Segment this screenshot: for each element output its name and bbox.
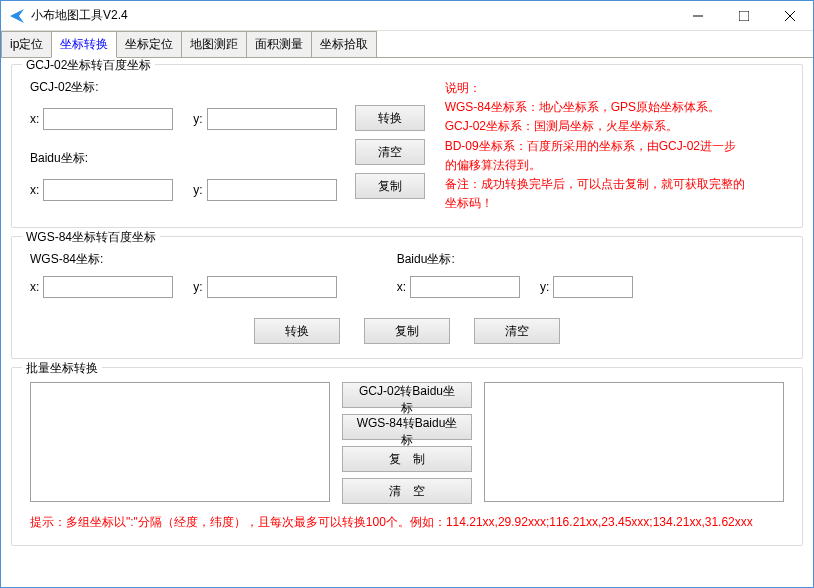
explain-panel: 说明： WGS-84坐标系：地心坐标系，GPS原始坐标体系。 GCJ-02坐标系…	[445, 79, 745, 213]
batch-hint: 提示：多组坐标以":"分隔（经度，纬度），且每次最多可以转换100个。例如：11…	[30, 514, 784, 531]
tab-bar: ip定位 坐标转换 坐标定位 地图测距 面积测量 坐标拾取	[1, 31, 813, 58]
explain-note: 备注：成功转换完毕后，可以点击复制，就可获取完整的坐标码！	[445, 175, 745, 213]
explain-wgs: WGS-84坐标系：地心坐标系，GPS原始坐标体系。	[445, 98, 745, 117]
batch-copy-button[interactable]: 复 制	[342, 446, 472, 472]
group2-title: WGS-84坐标转百度坐标	[22, 229, 160, 246]
g2-baidu-label: Baidu坐标:	[397, 251, 630, 268]
group-batch: 批量坐标转换 GCJ-02转Baidu坐标 WGS-84转Baidu坐标 复 制…	[11, 367, 803, 546]
g2-baidu-y-label: y:	[540, 280, 549, 294]
baidu-x-label: x:	[30, 183, 39, 197]
wgs-x-input[interactable]	[43, 276, 173, 298]
baidu-y-input[interactable]	[207, 179, 337, 201]
gcj-x-label: x:	[30, 112, 39, 126]
explain-bd: BD-09坐标系：百度所采用的坐标系，由GCJ-02进一步的偏移算法得到。	[445, 137, 745, 175]
g2-copy-button[interactable]: 复制	[364, 318, 450, 344]
g2-baidu-y-input[interactable]	[553, 276, 633, 298]
gcj-x-input[interactable]	[43, 108, 173, 130]
batch-clear-button[interactable]: 清 空	[342, 478, 472, 504]
window-title: 小布地图工具V2.4	[31, 7, 675, 24]
gcj-y-label: y:	[193, 112, 202, 126]
tab-distance[interactable]: 地图测距	[181, 31, 247, 57]
wgs-y-label: y:	[193, 280, 202, 294]
baidu-label: Baidu坐标:	[30, 150, 333, 167]
wgs-x-label: x:	[30, 280, 39, 294]
tab-area[interactable]: 面积测量	[246, 31, 312, 57]
group1-title: GCJ-02坐标转百度坐标	[22, 58, 155, 74]
group3-title: 批量坐标转换	[22, 360, 102, 377]
tab-pick[interactable]: 坐标拾取	[311, 31, 377, 57]
titlebar: 小布地图工具V2.4	[1, 1, 813, 31]
close-button[interactable]	[767, 1, 813, 30]
group-gcj-to-baidu: GCJ-02坐标转百度坐标 GCJ-02坐标: x: y: Baidu坐标: x…	[11, 64, 803, 228]
batch-input[interactable]	[30, 382, 330, 502]
g1-copy-button[interactable]: 复制	[355, 173, 425, 199]
app-icon	[9, 8, 25, 24]
explain-gcj: GCJ-02坐标系：国测局坐标，火星坐标系。	[445, 117, 745, 136]
wgs-y-input[interactable]	[207, 276, 337, 298]
baidu-x-input[interactable]	[43, 179, 173, 201]
batch-wgs-button[interactable]: WGS-84转Baidu坐标	[342, 414, 472, 440]
g1-clear-button[interactable]: 清空	[355, 139, 425, 165]
minimize-button[interactable]	[675, 1, 721, 30]
maximize-button[interactable]	[721, 1, 767, 30]
explain-title: 说明：	[445, 79, 745, 98]
group-wgs-to-baidu: WGS-84坐标转百度坐标 WGS-84坐标: x: y: Baidu坐标:	[11, 236, 803, 359]
tab-coord-convert[interactable]: 坐标转换	[51, 31, 117, 58]
wgs-label: WGS-84坐标:	[30, 251, 333, 268]
gcj-label: GCJ-02坐标:	[30, 79, 333, 96]
tab-coord-locate[interactable]: 坐标定位	[116, 31, 182, 57]
g2-convert-button[interactable]: 转换	[254, 318, 340, 344]
tab-ip[interactable]: ip定位	[1, 31, 52, 57]
gcj-y-input[interactable]	[207, 108, 337, 130]
g2-baidu-x-label: x:	[397, 280, 406, 294]
batch-gcj-button[interactable]: GCJ-02转Baidu坐标	[342, 382, 472, 408]
baidu-y-label: y:	[193, 183, 202, 197]
batch-output[interactable]	[484, 382, 784, 502]
svg-rect-1	[739, 11, 749, 21]
g2-clear-button[interactable]: 清空	[474, 318, 560, 344]
g2-baidu-x-input[interactable]	[410, 276, 520, 298]
g1-convert-button[interactable]: 转换	[355, 105, 425, 131]
